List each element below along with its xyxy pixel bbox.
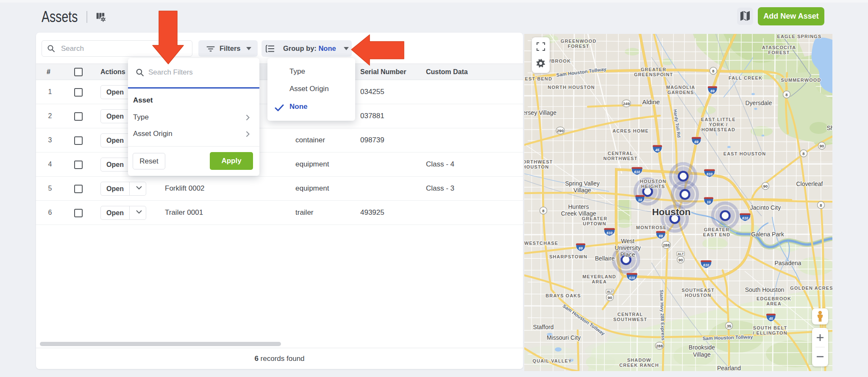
svg-text:Hunters: Hunters [568,203,589,210]
svg-text:Jacinto City: Jacinto City [750,204,781,211]
svg-text:Houston: Houston [652,207,690,217]
svg-text:QUAIL VALLEY: QUAIL VALLEY [533,358,572,363]
svg-text:GREENWOOD: GREENWOOD [561,39,596,44]
svg-text:SOUTH BELT: SOUTH BELT [753,325,787,330]
svg-text:Place: Place [620,251,635,258]
svg-text:NORTHWEST: NORTHWEST [604,156,638,161]
svg-text:WEST BEND: WEST BEND [524,76,552,81]
svg-text:610: 610 [629,276,635,280]
svg-text:EAST END: EAST END [703,232,730,237]
svg-text:90: 90 [763,184,768,188]
svg-text:BRAYS OAKS: BRAYS OAKS [545,293,581,298]
svg-text:288: 288 [656,344,663,348]
svg-text:ersey Village: ersey Village [524,109,556,116]
svg-text:10: 10 [638,198,642,202]
svg-text:University: University [615,244,640,251]
svg-text:8: 8 [542,208,544,213]
svg-text:90: 90 [820,144,824,148]
svg-text:8: 8 [712,69,714,73]
svg-text:610: 610 [634,170,640,174]
svg-text:Dyersdale: Dyersdale [745,100,772,106]
svg-text:610: 610 [703,263,709,267]
svg-text:SUMMERWOOD: SUMMERWOOD [781,78,821,83]
svg-text:ALT: ALT [607,290,613,294]
svg-text:AREA: AREA [592,279,607,284]
svg-text:Cloverleaf: Cloverleaf [796,180,823,187]
svg-text:45: 45 [768,316,773,321]
svg-text:90: 90 [608,295,612,300]
svg-text:HOUSTON: HOUSTON [524,164,549,169]
svg-text:35: 35 [727,324,732,328]
svg-text:610: 610 [707,172,712,176]
svg-text:EAST HOUSTON: EAST HOUSTON [723,151,766,156]
svg-text:FOREST: FOREST [768,50,790,55]
svg-text:HOMESTEAD: HOMESTEAD [701,127,735,132]
svg-text:EDGEBROOK: EDGEBROOK [757,296,791,301]
svg-text:Sh: Sh [826,125,832,131]
svg-text:GREENSPOINT: GREENSPOINT [634,72,673,77]
svg-text:HOUSTON: HOUSTON [640,179,667,184]
svg-text:610: 610 [606,231,612,235]
svg-text:MONTROSE: MONTROSE [636,225,667,230]
svg-text:CENTRAL: CENTRAL [608,151,633,156]
svg-text:Galena Park: Galena Park [751,231,785,238]
svg-text:UPTOWN: UPTOWN [583,221,606,226]
svg-text:Spring Valley: Spring Valley [565,180,599,187]
svg-text:290: 290 [557,128,564,133]
svg-text:288: 288 [663,243,670,247]
svg-text:EAGLE SPRINGS: EAGLE SPRINGS [777,34,822,39]
svg-text:69: 69 [710,89,715,93]
svg-text:Pasadena: Pasadena [774,260,801,266]
svg-text:8: 8 [820,203,822,208]
svg-text:CENTRAL: CENTRAL [618,312,643,317]
svg-text:Pearland: Pearland [717,365,741,371]
svg-text:SOUTHEAST: SOUTHEAST [682,288,715,293]
svg-text:8: 8 [802,151,804,156]
svg-text:WESTCHASE: WESTCHASE [524,241,558,246]
svg-text:610: 610 [742,216,748,220]
svg-text:10: 10 [707,200,711,204]
svg-text:Missouri City: Missouri City [547,334,581,341]
svg-text:SOUTHWEST: SOUTHWEST [613,317,647,322]
svg-text:ACRES HOME: ACRES HOME [612,128,649,133]
svg-text:/ ELLINGTON: / ELLINGTON [753,330,787,335]
svg-text:ATASCOCITA: ATASCOCITA [762,45,796,50]
svg-text:Stafford: Stafford [533,324,554,330]
svg-text:AREA: AREA [766,301,782,306]
svg-text:SHADOW: SHADOW [627,358,651,363]
svg-text:WBROOK: WBROOK [546,58,571,64]
svg-text:NORTHWEST: NORTHWEST [524,159,553,164]
svg-text:HOUSTON: HOUSTON [685,293,712,298]
svg-text:South Houston: South Houston [745,286,785,293]
svg-text:MEYERLAND: MEYERLAND [582,274,616,279]
svg-text:Village: Village [693,351,711,358]
svg-text:249: 249 [623,101,630,106]
svg-text:EAST LITTLE: EAST LITTLE [701,117,736,122]
svg-text:90: 90 [679,258,683,262]
svg-text:69: 69 [659,234,663,238]
svg-text:GOLDEN ACRES: GOLDEN ACRES [790,286,832,291]
svg-text:Brookside: Brookside [689,344,715,351]
svg-text:GREATER: GREATER [704,227,730,232]
svg-text:NORTH HOUSTON: NORTH HOUSTON [548,85,595,90]
svg-text:Aldine: Aldine [642,98,660,105]
svg-text:Creek Village: Creek Village [561,210,596,217]
svg-text:FALL CREEK: FALL CREEK [729,75,762,80]
svg-text:YORK /: YORK / [709,122,728,127]
svg-text:FOREST: FOREST [568,44,589,49]
svg-text:MAGNOLIA: MAGNOLIA [666,85,696,90]
svg-text:HEIGHTS: HEIGHTS [641,184,665,189]
svg-text:GARDENS: GARDENS [668,90,694,95]
svg-text:Village: Village [573,187,591,194]
svg-text:8: 8 [785,92,787,97]
svg-text:69: 69 [579,246,583,250]
svg-text:ALT: ALT [678,252,684,256]
svg-text:SHARPSTOWN: SHARPSTOWN [549,254,587,259]
svg-text:West: West [621,238,634,244]
svg-text:69: 69 [694,140,698,144]
svg-text:CREEK RANCH: CREEK RANCH [619,363,659,368]
svg-text:45: 45 [655,148,659,152]
svg-text:Bellaire: Bellaire [595,255,615,262]
svg-text:GREATER: GREATER [641,67,667,72]
